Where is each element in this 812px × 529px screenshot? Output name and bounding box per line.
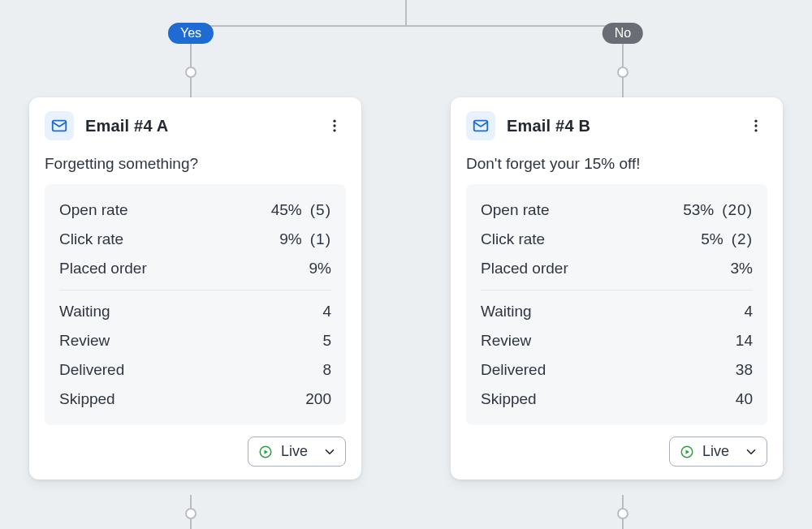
branch-pill-yes: Yes xyxy=(168,23,214,44)
metric-count: (2) xyxy=(732,230,753,248)
metric-click-rate: Click rate 5%(2) xyxy=(481,225,753,254)
metric-value: 4 xyxy=(322,303,331,320)
chevron-down-icon xyxy=(744,445,758,459)
card-title: Email #4 B xyxy=(507,117,733,135)
svg-point-3 xyxy=(333,129,335,131)
card-title: Email #4 A xyxy=(85,117,312,135)
connector-dot xyxy=(185,508,197,519)
metric-value: 53% xyxy=(683,201,714,219)
metric-skipped: Skipped 200 xyxy=(59,385,331,414)
connector-vertical xyxy=(405,0,407,26)
metric-label: Delivered xyxy=(481,361,546,379)
metric-label: Skipped xyxy=(481,390,537,408)
metric-skipped: Skipped 40 xyxy=(481,385,753,414)
card-menu-button[interactable] xyxy=(745,114,767,137)
kebab-icon xyxy=(326,118,343,134)
metric-label: Click rate xyxy=(59,230,123,248)
metric-label: Waiting xyxy=(59,303,110,320)
status-dropdown[interactable]: Live xyxy=(248,437,346,467)
metric-review: Review 5 xyxy=(59,326,331,355)
metric-value: 40 xyxy=(736,390,753,408)
metric-value: 45% xyxy=(271,201,302,219)
metric-value: 8 xyxy=(322,361,331,379)
metric-count: (5) xyxy=(310,201,331,219)
play-icon xyxy=(258,445,273,459)
metric-label: Open rate xyxy=(59,201,128,219)
metric-value: 38 xyxy=(736,361,753,379)
metric-waiting: Waiting 4 xyxy=(59,297,331,326)
metric-label: Click rate xyxy=(481,230,545,248)
metric-label: Placed order xyxy=(59,260,147,277)
metric-waiting: Waiting 4 xyxy=(481,297,753,326)
svg-point-8 xyxy=(754,129,757,131)
kebab-icon xyxy=(748,118,764,134)
chevron-down-icon xyxy=(322,445,337,459)
metric-count: (1) xyxy=(310,230,331,248)
metric-label: Delivered xyxy=(59,361,124,379)
metric-label: Review xyxy=(59,332,110,350)
metric-value: 5% xyxy=(701,230,723,248)
metric-open-rate: Open rate 45%(5) xyxy=(59,196,331,225)
metric-label: Placed order xyxy=(481,260,568,277)
metric-delivered: Delivered 38 xyxy=(481,355,753,385)
metric-placed-order: Placed order 3% xyxy=(481,254,753,283)
metrics-panel: Open rate 45%(5) Click rate 9%(1) Placed… xyxy=(45,184,346,425)
metric-label: Review xyxy=(481,332,531,350)
divider xyxy=(481,290,753,290)
email-subject: Forgetting something? xyxy=(45,155,346,173)
metric-review: Review 14 xyxy=(481,326,753,355)
metric-value: 200 xyxy=(305,390,331,408)
divider xyxy=(59,290,331,290)
metric-value: 3% xyxy=(731,260,753,277)
play-icon xyxy=(680,445,694,459)
metric-value: 5 xyxy=(322,332,331,350)
metric-delivered: Delivered 8 xyxy=(59,355,331,385)
metric-click-rate: Click rate 9%(1) xyxy=(59,225,331,254)
metric-count: (20) xyxy=(722,201,753,219)
metric-value: 9% xyxy=(279,230,301,248)
email-subject: Don't forget your 15% off! xyxy=(466,155,767,173)
connector-dot xyxy=(185,67,197,78)
flow-canvas[interactable]: Yes No Email #4 A Forgetting something? … xyxy=(0,0,812,529)
metric-open-rate: Open rate 53%(20) xyxy=(481,196,753,225)
metric-label: Open rate xyxy=(481,201,550,219)
email-icon xyxy=(45,111,74,140)
email-card-b[interactable]: Email #4 B Don't forget your 15% off! Op… xyxy=(451,97,783,480)
metric-value: 14 xyxy=(736,332,753,350)
metrics-panel: Open rate 53%(20) Click rate 5%(2) Place… xyxy=(466,184,767,425)
card-menu-button[interactable] xyxy=(323,114,346,137)
metric-label: Waiting xyxy=(481,303,532,320)
status-label: Live xyxy=(281,443,308,460)
connector-dot xyxy=(617,67,628,78)
metric-value: 4 xyxy=(744,303,753,320)
metric-placed-order: Placed order 9% xyxy=(59,254,331,283)
branch-pill-no: No xyxy=(603,23,643,44)
email-card-a[interactable]: Email #4 A Forgetting something? Open ra… xyxy=(29,97,361,480)
metric-label: Skipped xyxy=(59,390,115,408)
svg-point-1 xyxy=(333,120,335,123)
svg-point-2 xyxy=(333,124,335,127)
metric-value: 9% xyxy=(309,260,331,277)
svg-point-6 xyxy=(754,120,757,123)
status-label: Live xyxy=(702,443,729,460)
connector-horizontal xyxy=(190,25,622,27)
status-dropdown[interactable]: Live xyxy=(669,437,767,467)
email-icon xyxy=(466,111,495,140)
connector-dot xyxy=(617,508,628,519)
svg-point-7 xyxy=(754,124,757,127)
